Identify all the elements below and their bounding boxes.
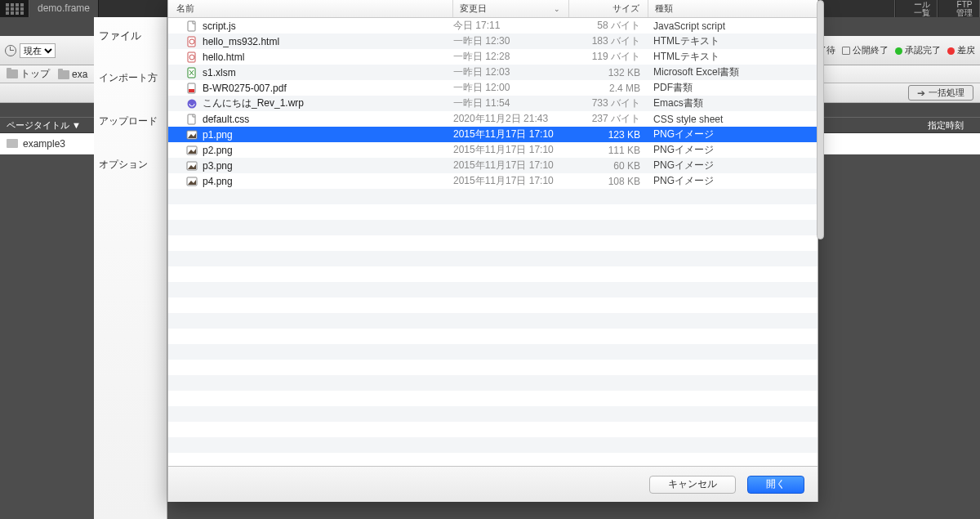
file-kind: PNGイメージ: [648, 174, 817, 188]
file-kind: JavaScript script: [648, 20, 817, 32]
panel-item-import[interactable]: インポート方: [94, 66, 167, 90]
panel-item-upload[interactable]: アップロード: [94, 110, 167, 133]
file-date: 一昨日 12:30: [453, 34, 569, 48]
folder-icon: [7, 139, 18, 148]
file-type-icon: [186, 176, 198, 187]
open-button[interactable]: 開く: [747, 476, 804, 494]
file-size: 111 KB: [569, 145, 648, 156]
svg-rect-2: [16, 3, 19, 7]
file-size: 60 KB: [569, 160, 648, 172]
file-kind: HTMLテキスト: [648, 50, 817, 64]
file-name: p4.png: [203, 176, 233, 187]
panel-title: ファイル: [94, 24, 167, 48]
chevron-down-icon: ⌄: [554, 5, 560, 13]
header-kind[interactable]: 種類: [648, 0, 817, 17]
file-row[interactable]: こんにちは_Rev_1.wrp一昨日 11:54733 バイトEmacs書類: [168, 96, 817, 111]
clock-icon: [5, 45, 16, 56]
svg-rect-3: [20, 3, 24, 7]
file-date: 2020年11月2日 21:43: [453, 112, 569, 126]
svg-rect-1: [11, 3, 14, 7]
svg-rect-10: [16, 11, 19, 15]
file-size: 237 バイト: [569, 112, 648, 126]
list-item-name: example3: [23, 138, 65, 150]
file-date: 2015年11月17日 17:10: [453, 159, 569, 172]
file-type-icon: [186, 83, 198, 94]
left-panel: ファイル インポート方 アップロード オプション: [94, 17, 167, 519]
status-publicend[interactable]: 公開終了: [842, 44, 889, 56]
file-kind: Microsoft Excel書類: [648, 65, 817, 79]
svg-rect-7: [20, 7, 24, 11]
file-type-icon: [186, 98, 198, 110]
file-name: script.js: [203, 20, 236, 32]
folder-icon: [58, 70, 69, 79]
svg-rect-8: [6, 11, 9, 15]
file-size: 132 KB: [569, 67, 648, 78]
status-approved[interactable]: 承認完了: [895, 44, 941, 56]
scrollbar[interactable]: [817, 0, 824, 239]
file-name: hello_ms932.html: [203, 36, 279, 47]
file-row[interactable]: s1.xlsm一昨日 12:03132 KBMicrosoft Excel書類: [168, 65, 817, 80]
folder-icon: [7, 69, 18, 78]
file-size: 2.4 MB: [569, 83, 648, 94]
file-kind: PNGイメージ: [648, 128, 817, 141]
file-size: 123 KB: [569, 129, 648, 141]
file-row[interactable]: p2.png2015年11月17日 17:10111 KBPNGイメージ: [168, 142, 817, 158]
svg-rect-0: [6, 3, 9, 7]
file-date: 一昨日 12:00: [453, 81, 569, 95]
file-row[interactable]: script.js今日 17:1158 バイトJavaScript script: [168, 18, 817, 34]
dialog-column-header: 名前 変更日⌄ サイズ 種類: [168, 0, 817, 18]
file-name: p1.png: [203, 129, 233, 141]
file-type-icon: [186, 51, 198, 63]
panel-item-options[interactable]: オプション: [94, 153, 167, 177]
time-select[interactable]: 現在: [20, 43, 56, 58]
file-type-icon: [186, 160, 198, 172]
file-name: default.css: [203, 114, 249, 125]
app-tab[interactable]: demo.frame: [29, 0, 99, 17]
svg-rect-4: [6, 7, 9, 11]
cancel-button[interactable]: キャンセル: [649, 476, 736, 494]
file-type-icon: [186, 129, 198, 141]
file-row[interactable]: default.css2020年11月2日 21:43237 バイトCSS st…: [168, 111, 817, 127]
file-row[interactable]: p4.png2015年11月17日 17:10108 KBPNGイメージ: [168, 173, 817, 189]
file-date: 2015年11月17日 17:10: [453, 143, 569, 157]
file-name: hello.html: [203, 51, 244, 63]
status-rejected[interactable]: 差戻: [947, 44, 975, 56]
file-open-dialog: 名前 変更日⌄ サイズ 種類 script.js今日 17:1158 バイトJa…: [167, 0, 818, 502]
file-kind: PNGイメージ: [648, 143, 817, 157]
arrow-right-icon: ➔: [917, 87, 925, 99]
file-name: こんにちは_Rev_1.wrp: [203, 96, 304, 110]
file-type-icon: [186, 145, 198, 156]
file-row[interactable]: p1.png2015年11月17日 17:10123 KBPNGイメージ: [168, 127, 817, 142]
crumb-top[interactable]: トップ: [7, 67, 50, 81]
file-row[interactable]: p3.png2015年11月17日 17:1060 KBPNGイメージ: [168, 158, 817, 173]
dialog-footer: キャンセル 開く: [168, 466, 817, 502]
svg-rect-5: [11, 7, 14, 11]
file-kind: HTMLテキスト: [648, 34, 817, 48]
file-name: B-WR0275-007.pdf: [203, 83, 287, 94]
file-kind: PDF書類: [648, 81, 817, 95]
header-size[interactable]: サイズ: [569, 0, 648, 17]
batch-button[interactable]: ➔一括処理: [908, 85, 973, 101]
col-page-title[interactable]: ページタイトル ▼: [0, 119, 87, 132]
file-size: 108 KB: [569, 176, 648, 187]
file-kind: CSS style sheet: [648, 114, 817, 125]
app-logo-icon: [0, 0, 29, 17]
file-list[interactable]: script.js今日 17:1158 バイトJavaScript script…: [168, 18, 817, 466]
top-nav-ftp[interactable]: FTP 管理: [938, 0, 980, 17]
top-nav-tool[interactable]: ール 一覧: [895, 0, 938, 17]
file-name: s1.xlsm: [203, 67, 236, 78]
header-date[interactable]: 変更日⌄: [453, 0, 569, 17]
svg-rect-11: [20, 11, 24, 15]
file-type-icon: [186, 67, 198, 78]
col-spec-time[interactable]: 指定時刻: [921, 119, 970, 132]
file-name: p2.png: [203, 145, 233, 156]
file-date: 一昨日 12:03: [453, 65, 569, 79]
file-row[interactable]: hello_ms932.html一昨日 12:30183 バイトHTMLテキスト: [168, 34, 817, 49]
svg-rect-6: [16, 7, 19, 11]
file-row[interactable]: B-WR0275-007.pdf一昨日 12:002.4 MBPDF書類: [168, 80, 817, 96]
file-type-icon: [186, 114, 198, 125]
file-row[interactable]: hello.html一昨日 12:28119 バイトHTMLテキスト: [168, 49, 817, 65]
crumb-exa[interactable]: exa: [58, 69, 87, 80]
header-name[interactable]: 名前: [168, 0, 453, 17]
file-date: 一昨日 12:28: [453, 50, 569, 64]
